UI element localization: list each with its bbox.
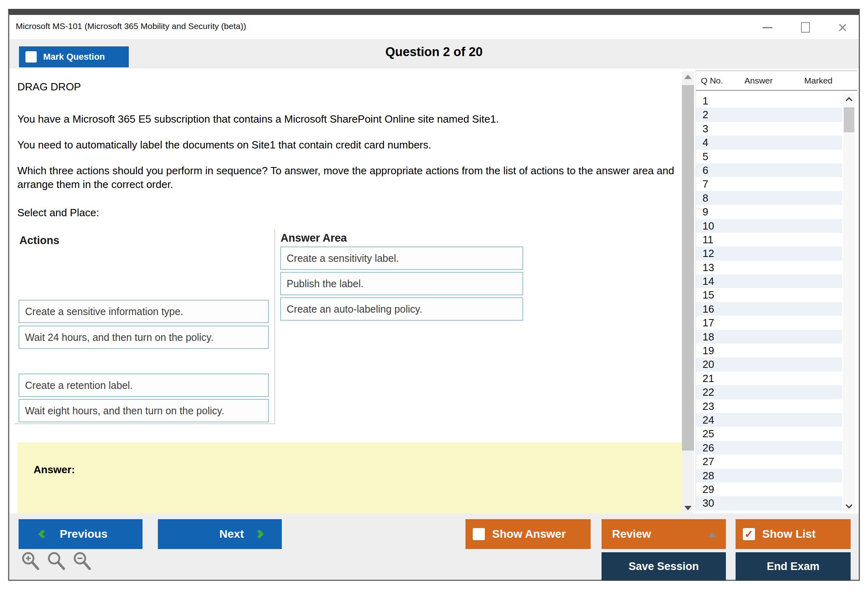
- question-list-row[interactable]: 30: [696, 496, 842, 510]
- answer-area-column-title: Answer Area: [281, 232, 347, 244]
- close-button[interactable]: ×: [831, 21, 854, 34]
- action-item[interactable]: Wait 24 hours, and then turn on the poli…: [19, 326, 269, 349]
- question-type-label: DRAG DROP: [17, 80, 675, 94]
- question-list-row[interactable]: 4: [696, 136, 842, 149]
- question-panel: DRAG DROP You have a Microsoft 365 E5 su…: [9, 69, 682, 514]
- question-list-row[interactable]: 9: [696, 205, 842, 219]
- answer-item[interactable]: Publish the label.: [280, 272, 523, 295]
- zoom-in-button[interactable]: [21, 551, 42, 573]
- column-header-answer: Answer: [744, 76, 773, 86]
- question-list-row[interactable]: 2: [696, 108, 842, 121]
- scroll-up-chevron-icon[interactable]: [846, 97, 853, 104]
- action-item[interactable]: Create a sensitive information type.: [19, 300, 269, 323]
- question-list-row[interactable]: 13: [696, 261, 842, 274]
- close-icon: ×: [838, 21, 847, 34]
- question-list-row[interactable]: 17: [696, 316, 842, 330]
- question-list-row[interactable]: 14: [696, 274, 842, 288]
- question-list-row[interactable]: 1: [696, 94, 842, 108]
- question-counter: Question 2 of 20: [9, 45, 859, 59]
- actions-bottom-border: [15, 424, 275, 424]
- question-paragraph: You have a Microsoft 365 E5 subscription…: [17, 112, 675, 126]
- show-list-button[interactable]: Show List: [736, 519, 851, 549]
- next-button[interactable]: Next: [158, 519, 282, 549]
- exam-window: Microsoft MS-101 (Microsoft 365 Mobility…: [8, 9, 860, 581]
- question-list-row[interactable]: 3: [696, 122, 842, 136]
- previous-label: Previous: [60, 528, 107, 541]
- chevron-right-icon: [255, 530, 264, 539]
- question-paragraph: You need to automatically label the docu…: [17, 138, 675, 152]
- scrollbar-thumb[interactable]: [682, 85, 694, 451]
- show-list-label: Show List: [762, 528, 816, 541]
- question-list-row[interactable]: 21: [696, 372, 842, 385]
- question-list-scrollbar-thumb[interactable]: [844, 107, 854, 132]
- question-list-row[interactable]: 11: [696, 233, 842, 246]
- minimize-button[interactable]: [756, 21, 779, 34]
- zoom-out-button[interactable]: [72, 551, 93, 573]
- question-list-row[interactable]: 8: [696, 191, 842, 205]
- actions-column-title: Actions: [19, 234, 59, 247]
- question-list-row[interactable]: 6: [696, 163, 842, 177]
- zoom-toolbar: [21, 551, 93, 573]
- answer-item[interactable]: Create a sensitivity label.: [280, 246, 523, 270]
- checkbox-unchecked-icon: [473, 528, 485, 540]
- scroll-up-arrow-icon[interactable]: [684, 75, 692, 79]
- question-list-row[interactable]: 7: [696, 177, 842, 191]
- question-list-row[interactable]: 28: [696, 469, 842, 482]
- end-exam-button[interactable]: End Exam: [736, 552, 851, 580]
- question-list-row[interactable]: 24: [696, 413, 842, 427]
- question-list-row[interactable]: 12: [696, 246, 842, 260]
- question-list-row[interactable]: 26: [696, 441, 842, 455]
- review-label: Review: [612, 528, 651, 541]
- column-divider: [275, 229, 275, 424]
- question-text: DRAG DROP You have a Microsoft 365 E5 su…: [9, 69, 675, 219]
- title-bar: Microsoft MS-101 (Microsoft 365 Mobility…: [9, 15, 859, 39]
- previous-button[interactable]: Previous: [19, 519, 143, 549]
- action-item[interactable]: Create a retention label.: [19, 374, 269, 397]
- select-and-place-label: Select and Place:: [17, 206, 675, 219]
- save-session-button[interactable]: Save Session: [602, 552, 726, 580]
- zoom-reset-button[interactable]: [46, 551, 67, 573]
- question-list-scrollbar: [843, 94, 855, 512]
- question-list-row[interactable]: 25: [696, 427, 842, 441]
- answer-item[interactable]: Create an auto-labeling policy.: [280, 297, 523, 321]
- maximize-icon: [801, 22, 810, 33]
- scroll-down-chevron-icon[interactable]: [846, 502, 853, 509]
- question-list-row[interactable]: 20: [696, 357, 842, 371]
- question-list-row[interactable]: 16: [696, 302, 842, 316]
- question-list-row[interactable]: 19: [696, 344, 842, 357]
- question-paragraph: Which three actions should you perform i…: [17, 164, 675, 191]
- maximize-button[interactable]: [794, 21, 817, 34]
- checkbox-unchecked-icon: [25, 51, 37, 63]
- show-answer-label: Show Answer: [492, 528, 566, 541]
- question-list-row[interactable]: 18: [696, 330, 842, 344]
- question-list-row[interactable]: 5: [696, 150, 842, 163]
- mark-question-label: Mark Question: [43, 52, 105, 62]
- answer-band: Answer:: [17, 443, 682, 514]
- end-exam-label: End Exam: [767, 560, 820, 573]
- checkbox-checked-icon: [743, 528, 755, 540]
- question-list-row[interactable]: 22: [696, 385, 842, 399]
- action-item[interactable]: Wait eight hours, and then turn on the p…: [19, 399, 269, 422]
- question-list-header: Q No. Answer Marked: [696, 71, 857, 91]
- column-header-qno: Q No.: [701, 76, 723, 86]
- window-title: Microsoft MS-101 (Microsoft 365 Mobility…: [16, 21, 246, 31]
- triangle-up-icon: [708, 532, 716, 537]
- chevron-left-icon: [38, 530, 48, 539]
- question-list-row[interactable]: 29: [696, 482, 842, 496]
- answer-label: Answer:: [34, 464, 75, 476]
- column-header-marked: Marked: [804, 76, 832, 86]
- next-label: Next: [219, 528, 244, 541]
- question-list-row[interactable]: 27: [696, 455, 842, 468]
- header-bar: Question 2 of 20 Mark Question: [9, 39, 859, 69]
- question-list-row[interactable]: 10: [696, 219, 842, 233]
- question-list-panel: Q No. Answer Marked 12345678910111213141…: [696, 71, 857, 514]
- question-list-row[interactable]: 23: [696, 399, 842, 413]
- scroll-down-arrow-icon[interactable]: [684, 506, 692, 510]
- show-answer-button[interactable]: Show Answer: [465, 519, 591, 549]
- question-list-rows: 1234567891011121314151617181920212223242…: [696, 94, 842, 512]
- mark-question-button[interactable]: Mark Question: [19, 46, 129, 67]
- review-button[interactable]: Review: [602, 519, 726, 549]
- bottom-bar: Previous Next Show Answer Review Show Li…: [9, 514, 859, 580]
- save-session-label: Save Session: [629, 560, 699, 573]
- question-list-row[interactable]: 15: [696, 288, 842, 302]
